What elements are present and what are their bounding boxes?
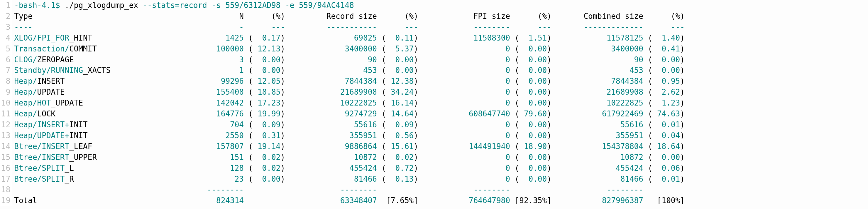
terminal-output: -bash-4.1$ ./pg_xlogdump_ex --stats=reco… [13,0,868,206]
code-line: Btree/INSERT_LEAF 157807 ( 19.14) 988686… [14,141,868,152]
code-line: Heap/INSERT 99296 ( 12.05) 7844384 ( 12.… [14,76,868,87]
code-line: -bash-4.1$ ./pg_xlogdump_ex --stats=reco… [14,0,868,11]
code-line: Heap/HOT_UPDATE 142042 ( 17.23) 10222825… [14,98,868,108]
line-number: 17 [1,174,10,185]
code-line: Type N (%) Record size (%) FPI size (%) … [14,11,868,22]
code-line: Heap/LOCK 164776 ( 19.99) 9274729 ( 14.6… [14,108,868,119]
line-number-gutter: 12345678910111213141516171819 [0,0,13,206]
code-line: ---- - --- ----------- --- -------- --- … [14,22,868,33]
code-line: Transaction/COMMIT 100000 ( 12.13) 34000… [14,44,868,54]
line-number: 10 [1,98,10,108]
code-line: Heap/UPDATE+INIT 2550 ( 0.31) 355951 ( 0… [14,130,868,141]
code-line: Heap/UPDATE 155408 ( 18.85) 21689908 ( 3… [14,87,868,98]
line-number: 2 [1,11,10,22]
line-number: 15 [1,152,10,163]
code-line: Standby/RUNNING_XACTS 1 ( 0.00) 453 ( 0.… [14,65,868,76]
line-number: 16 [1,163,10,174]
line-number: 13 [1,130,10,141]
line-number: 6 [1,54,10,65]
code-line: Btree/SPLIT_R 23 ( 0.00) 81466 ( 0.13) 0… [14,174,868,185]
line-number: 5 [1,44,10,54]
line-number: 19 [1,195,10,206]
line-number: 14 [1,141,10,152]
code-line: Btree/SPLIT_L 128 ( 0.02) 455424 ( 0.72)… [14,163,868,174]
line-number: 18 [1,184,10,195]
code-line: XLOG/FPI_FOR_HINT 1425 ( 0.17) 69825 ( 0… [14,33,868,44]
code-line: -------- -------- -------- -------- [14,184,868,195]
code-line: Total 824314 63348407 [7.65%] 764647980 … [14,195,868,206]
line-number: 4 [1,33,10,44]
line-number: 7 [1,65,10,76]
line-number: 11 [1,108,10,119]
line-number: 3 [1,22,10,33]
code-line: Btree/INSERT_UPPER 151 ( 0.02) 10872 ( 0… [14,152,868,163]
code-line: CLOG/ZEROPAGE 3 ( 0.00) 90 ( 0.00) 0 ( 0… [14,54,868,65]
line-number: 12 [1,119,10,130]
code-line: Heap/INSERT+INIT 704 ( 0.09) 55616 ( 0.0… [14,119,868,130]
line-number: 8 [1,76,10,87]
line-number: 1 [1,0,10,11]
line-number: 9 [1,87,10,98]
